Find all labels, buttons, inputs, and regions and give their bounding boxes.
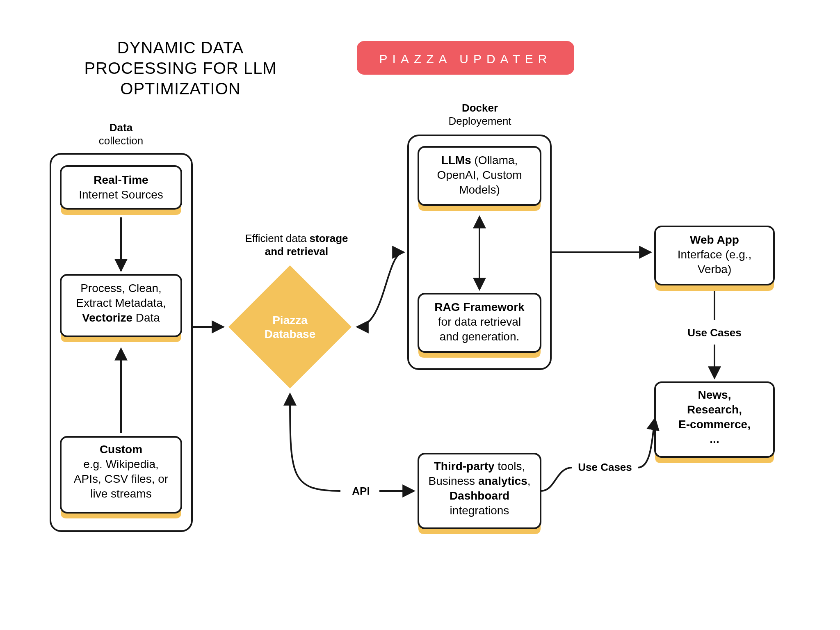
node-piazza-db: Piazza Database: [228, 265, 352, 388]
svg-text:Database: Database: [265, 328, 316, 340]
svg-text:...: ...: [710, 433, 719, 445]
svg-text:live streams: live streams: [90, 487, 151, 500]
svg-text:for data retrieval: for data retrieval: [438, 315, 521, 328]
svg-text:Custom: Custom: [100, 443, 142, 456]
node-realtime: Real-Time Internet Sources: [61, 166, 181, 215]
svg-text:Piazza: Piazza: [272, 314, 308, 326]
svg-text:integrations: integrations: [450, 504, 509, 517]
svg-text:Dashboard: Dashboard: [450, 489, 509, 502]
svg-text:Real-Time: Real-Time: [94, 173, 148, 186]
svg-text:E-commerce,: E-commerce,: [678, 418, 751, 431]
node-llms: LLMs (Ollama, OpenAI, Custom Models): [418, 147, 541, 211]
page-title-line2: PROCESSING FOR LLM: [84, 59, 276, 77]
arrow-db-docker: [357, 252, 404, 327]
label-usecases-2: Use Cases: [578, 461, 632, 473]
svg-text:LLMs (Ollama,: LLMs (Ollama,: [441, 154, 518, 167]
label-usecases-1: Use Cases: [687, 326, 742, 339]
group-docker-bold: Docker: [462, 102, 498, 114]
node-process: Process, Clean, Extract Metadata, Vector…: [61, 275, 181, 342]
node-usecases: News, Research, E-commerce, ...: [655, 382, 774, 463]
svg-text:Extract Metadata,: Extract Metadata,: [76, 297, 166, 309]
svg-text:News,: News,: [698, 388, 731, 401]
group-data-bold: Data: [110, 121, 133, 134]
svg-text:Business analytics,: Business analytics,: [428, 475, 530, 487]
svg-text:Vectorize Data: Vectorize Data: [82, 311, 160, 324]
svg-text:Process,  Clean,: Process, Clean,: [80, 282, 162, 294]
svg-text:Verba): Verba): [698, 263, 732, 276]
svg-text:e.g. Wikipedia,: e.g. Wikipedia,: [83, 458, 159, 470]
group-data-regular: collection: [99, 135, 143, 147]
arrow-tp-uc-seg1: [541, 468, 572, 491]
node-webapp: Web App Interface (e.g., Verba): [655, 226, 774, 291]
svg-text:Web App: Web App: [690, 233, 739, 246]
diagram-canvas: DYNAMIC DATA PROCESSING FOR LLM OPTIMIZA…: [0, 0, 840, 630]
label-storage-line1: Efficient data storage: [245, 232, 348, 244]
node-rag: RAG Framework for data retrieval and gen…: [418, 294, 541, 358]
svg-text:OpenAI, Custom: OpenAI, Custom: [437, 169, 522, 181]
arrow-db-api: [290, 394, 340, 491]
svg-text:APIs, CSV files, or: APIs, CSV files, or: [74, 472, 168, 485]
node-custom: Custom e.g. Wikipedia, APIs, CSV files, …: [61, 437, 181, 518]
page-title-line3: OPTIMIZATION: [120, 80, 240, 98]
svg-text:Models): Models): [459, 183, 500, 196]
group-docker-reg: Deployement: [448, 115, 511, 127]
label-api: API: [352, 485, 370, 497]
badge-text: PIAZZA UPDATER: [379, 52, 552, 66]
node-thirdparty: Third-party tools, Business analytics, D…: [418, 454, 541, 534]
svg-text:and generation.: and generation.: [440, 330, 520, 343]
svg-rect-0: [61, 166, 181, 209]
page-title-line1: DYNAMIC DATA: [117, 39, 244, 57]
svg-text:Internet Sources: Internet Sources: [79, 188, 163, 201]
svg-text:Third-party tools,: Third-party tools,: [434, 460, 525, 472]
svg-text:Research,: Research,: [687, 403, 742, 416]
svg-text:Interface (e.g.,: Interface (e.g.,: [678, 248, 752, 261]
svg-marker-12: [228, 265, 352, 388]
arrow-tp-uc-seg2: [638, 418, 655, 468]
svg-text:RAG Framework: RAG Framework: [434, 301, 525, 313]
label-storage-line2: and retrieval: [265, 245, 329, 258]
